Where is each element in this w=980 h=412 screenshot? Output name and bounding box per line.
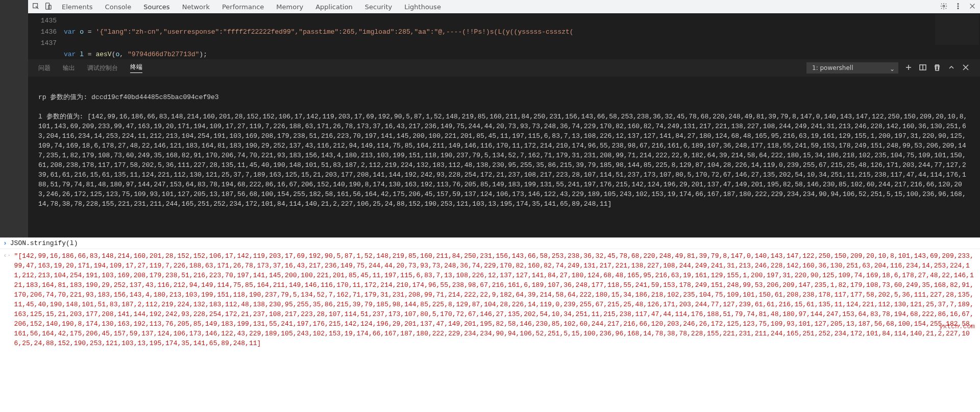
devtools-console: › JSON.stringify(l) ‹· "[142,99,16,186,6… [0,237,980,412]
tab-memory[interactable]: Memory [276,3,303,11]
maximize-panel-icon[interactable] [947,63,955,73]
svg-rect-4 [48,5,51,9]
chevron-down-icon: ⌄ [890,65,895,72]
device-toggle-icon[interactable] [44,3,52,11]
devtools-close-icon[interactable] [969,3,976,11]
devtools-tabs: Elements Console Sources Network Perform… [62,3,441,11]
devtools-menu-icon[interactable] [954,3,962,11]
console-output-chevron-icon: ‹· [3,252,11,348]
devtools-tabbar: Elements Console Sources Network Perform… [28,0,980,13]
panel-tab-output[interactable]: 输出 [63,64,75,72]
kill-terminal-icon[interactable] [933,63,941,73]
tab-lighthouse[interactable]: Lighthouse [404,3,441,11]
console-input-row[interactable]: › JSON.stringify(l) [0,238,980,249]
tab-elements[interactable]: Elements [62,3,93,11]
console-input-chevron-icon: › [3,239,7,247]
svg-point-7 [958,6,959,7]
watermark: yxtcn.com [939,323,975,330]
code-content[interactable]: var o = '{"lang":"zh-cn","userresponse":… [64,13,934,59]
new-terminal-icon[interactable] [904,63,913,73]
tab-sources[interactable]: Sources [143,3,169,11]
devtools-settings-icon[interactable] [940,3,947,11]
terminal-output[interactable]: rp 参数的值为: dccd19cf40bd44485c85bac094cef9… [28,77,980,237]
console-output-value: "[142,99,16,186,66,83,148,214,160,201,28… [14,251,977,348]
console-input-expr: JSON.stringify(l) [10,239,78,247]
panel-tabbar: 问题 输出 调试控制台 终端 1: powershell ⌄ [28,59,980,77]
console-output-row: ‹· "[142,99,16,186,66,83,148,214,160,201… [0,249,980,350]
terminal-dropdown[interactable]: 1: powershell ⌄ [806,62,898,74]
svg-point-6 [958,3,959,4]
minimap[interactable] [934,13,980,59]
close-panel-icon[interactable] [962,63,970,73]
tab-console[interactable]: Console [105,3,132,11]
tab-network[interactable]: Network [182,3,210,11]
split-terminal-icon[interactable] [919,63,927,73]
svg-point-8 [958,8,959,9]
panel-tab-terminal[interactable]: 终端 [130,63,142,73]
line-gutter: 1435 1436 1437 [28,13,64,59]
panel-tab-debug[interactable]: 调试控制台 [87,64,118,72]
panel-tab-problems[interactable]: 问题 [38,64,51,72]
inspect-icon[interactable] [32,3,39,11]
tab-application[interactable]: Application [315,3,353,11]
code-editor[interactable]: 1435 1436 1437 var o = '{"lang":"zh-cn",… [28,13,980,59]
svg-rect-3 [46,3,50,9]
tab-performance[interactable]: Performance [222,3,264,11]
tab-security[interactable]: Security [365,3,392,11]
svg-point-5 [943,5,945,7]
